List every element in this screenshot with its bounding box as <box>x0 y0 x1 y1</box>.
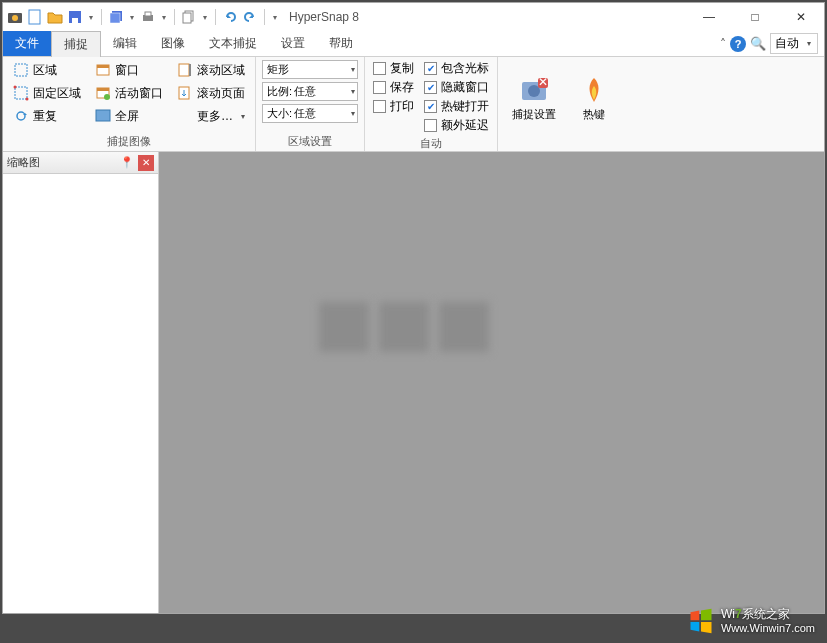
window-title: HyperSnap 8 <box>283 10 686 24</box>
panel-title: 缩略图 <box>7 155 116 170</box>
print-checkbox[interactable]: 打印 <box>371 97 416 115</box>
auto-combo[interactable]: 自动 ▾ <box>770 33 818 54</box>
quick-access-toolbar: ▾ ▾ ▾ ▾ ▾ <box>3 9 283 25</box>
chevron-down-icon: ▾ <box>241 112 245 121</box>
chevron-down-icon: ▾ <box>351 87 355 96</box>
svg-rect-4 <box>72 18 78 23</box>
fullscreen-button[interactable]: 全屏 <box>91 105 167 127</box>
watermark: Wi7系统之家 Www.Winwin7.com <box>687 607 815 635</box>
checkbox-icon: ✔ <box>424 81 437 94</box>
hotkey-icon <box>578 74 610 106</box>
menubar: 文件 捕捉 编辑 图像 文本捕捉 设置 帮助 ˄ ? 🔍 自动 ▾ <box>3 31 824 57</box>
menu-help[interactable]: 帮助 <box>317 31 365 56</box>
checkbox-icon <box>373 100 386 113</box>
region-button[interactable]: 区域 <box>9 59 85 81</box>
separator <box>215 9 216 25</box>
collapse-ribbon-icon[interactable]: ˄ <box>720 37 726 51</box>
extra-delay-checkbox[interactable]: 额外延迟 <box>422 116 491 134</box>
chevron-down-icon: ▾ <box>351 65 355 74</box>
qat-customize-icon[interactable]: ▾ <box>271 13 279 22</box>
more-icon <box>177 108 193 124</box>
hide-window-checkbox[interactable]: ✔隐藏窗口 <box>422 78 491 96</box>
save-icon[interactable] <box>67 9 83 25</box>
active-window-button[interactable]: 活动窗口 <box>91 82 167 104</box>
copy-icon[interactable] <box>181 9 197 25</box>
menu-textcapture[interactable]: 文本捕捉 <box>197 31 269 56</box>
print-icon[interactable] <box>140 9 156 25</box>
app-window: ▾ ▾ ▾ ▾ ▾ HyperSnap 8 — □ ✕ 文件 捕捉 编辑 图像 … <box>2 2 825 614</box>
window-icon <box>95 62 111 78</box>
separator <box>174 9 175 25</box>
new-icon[interactable] <box>27 9 43 25</box>
svg-rect-18 <box>97 88 109 91</box>
svg-rect-11 <box>15 64 27 76</box>
fixed-region-button[interactable]: 固定区域 <box>9 82 85 104</box>
svg-rect-22 <box>189 64 191 76</box>
checkbox-icon <box>373 81 386 94</box>
maximize-button[interactable]: □ <box>732 3 778 31</box>
svg-rect-6 <box>110 13 120 23</box>
close-button[interactable]: ✕ <box>778 3 824 31</box>
scroll-page-button[interactable]: 滚动页面 <box>173 82 249 104</box>
scroll-page-icon <box>177 85 193 101</box>
save-checkbox[interactable]: 保存 <box>371 78 416 96</box>
open-icon[interactable] <box>47 9 63 25</box>
svg-point-1 <box>12 15 18 21</box>
redo-icon[interactable] <box>242 9 258 25</box>
ribbon-group-capture: 区域 固定区域 重复 窗口 活动窗口 全屏 滚动区域 滚动页面 更多…▾ 捕捉图… <box>3 57 256 151</box>
svg-rect-8 <box>145 12 151 16</box>
ribbon-group-region-settings: 矩形▾ 比例:任意▾ 大小:任意▾ 区域设置 <box>256 57 365 151</box>
svg-rect-12 <box>15 87 27 99</box>
content-area: 缩略图 📍 ✕ <box>3 152 824 613</box>
menu-capture[interactable]: 捕捉 <box>51 31 101 57</box>
camera-icon[interactable] <box>7 9 23 25</box>
svg-rect-10 <box>183 13 191 23</box>
include-cursor-checkbox[interactable]: ✔包含光标 <box>422 59 491 77</box>
fullscreen-icon <box>95 108 111 124</box>
menu-settings[interactable]: 设置 <box>269 31 317 56</box>
saveall-dropdown-icon[interactable]: ▾ <box>128 13 136 22</box>
window-button[interactable]: 窗口 <box>91 59 167 81</box>
copy-checkbox[interactable]: 复制 <box>371 59 416 77</box>
panel-header: 缩略图 📍 ✕ <box>3 152 158 174</box>
chevron-down-icon: ▾ <box>351 109 355 118</box>
svg-text:✕: ✕ <box>538 75 548 89</box>
hotkey-button[interactable]: 热键 <box>570 59 618 135</box>
menu-edit[interactable]: 编辑 <box>101 31 149 56</box>
watermark-brand: Wi7系统之家 <box>721 607 815 621</box>
scroll-region-button[interactable]: 滚动区域 <box>173 59 249 81</box>
pin-icon[interactable]: 📍 <box>116 156 138 169</box>
group-label-region: 区域设置 <box>262 132 358 151</box>
save-all-icon[interactable] <box>108 9 124 25</box>
separator <box>101 9 102 25</box>
hotkey-open-checkbox[interactable]: ✔热键打开 <box>422 97 491 115</box>
print-dropdown-icon[interactable]: ▾ <box>160 13 168 22</box>
minimize-button[interactable]: — <box>686 3 732 31</box>
panel-close-button[interactable]: ✕ <box>138 155 154 171</box>
menu-image[interactable]: 图像 <box>149 31 197 56</box>
menu-file[interactable]: 文件 <box>3 31 51 56</box>
ribbon-group-buttons: ✕ 捕捉设置 热键 <box>498 57 624 151</box>
svg-rect-20 <box>96 110 110 121</box>
svg-rect-21 <box>179 64 189 76</box>
thumbnail-panel: 缩略图 📍 ✕ <box>3 152 159 613</box>
auto-combo-label: 自动 <box>775 35 799 52</box>
checkbox-icon <box>373 62 386 75</box>
ratio-combo[interactable]: 比例:任意▾ <box>262 82 358 101</box>
shape-combo[interactable]: 矩形▾ <box>262 60 358 79</box>
save-dropdown-icon[interactable]: ▾ <box>87 13 95 22</box>
checkbox-icon <box>424 119 437 132</box>
help-icon[interactable]: ? <box>730 36 746 52</box>
search-icon[interactable]: 🔍 <box>750 36 766 51</box>
svg-point-13 <box>14 86 17 89</box>
repeat-button[interactable]: 重复 <box>9 105 85 127</box>
undo-icon[interactable] <box>222 9 238 25</box>
watermark-url: Www.Winwin7.com <box>721 621 815 635</box>
active-window-icon <box>95 85 111 101</box>
more-button[interactable]: 更多…▾ <box>173 105 249 127</box>
size-combo[interactable]: 大小:任意▾ <box>262 104 358 123</box>
copy-dropdown-icon[interactable]: ▾ <box>201 13 209 22</box>
capture-settings-button[interactable]: ✕ 捕捉设置 <box>504 59 564 135</box>
canvas-area[interactable] <box>159 152 824 613</box>
blurred-content <box>319 302 489 352</box>
